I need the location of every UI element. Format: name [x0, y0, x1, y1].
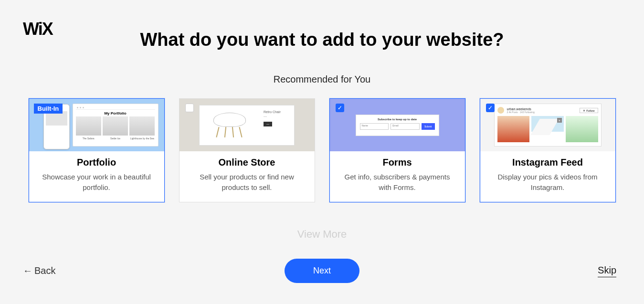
subtitle: Recommended for You	[274, 74, 370, 85]
footer: ← Back Next Skip	[0, 259, 644, 283]
store-mock-product: Retro Chair	[264, 110, 290, 114]
card-desc: Get info, subscribers & payments with Fo…	[338, 172, 457, 193]
feature-cards: Built-In My Portfolio The Safara Settle …	[29, 98, 616, 202]
card-hero: Retro Chair — —	[179, 99, 315, 151]
back-arrow-icon: ←	[23, 265, 32, 276]
forms-mock-input: Name	[360, 123, 389, 130]
main-content: What do you want to add to your website?…	[0, 30, 644, 241]
card-desc: Sell your products or find new products …	[187, 172, 307, 193]
forms-mock-title: Subscribe to keep up to date	[378, 118, 417, 121]
card-title: Portfolio	[37, 157, 157, 168]
instagram-mock-image	[566, 116, 598, 142]
instagram-mock-username: urban.weekends	[507, 107, 535, 111]
close-icon: ×	[557, 118, 562, 123]
page-title: What do you want to add to your website?	[140, 30, 504, 50]
card-title: Instagram Feed	[488, 157, 608, 168]
instagram-mock: urban.weekends 2.4k Posts · 143 Followin…	[494, 104, 602, 147]
card-portfolio[interactable]: Built-In My Portfolio The Safara Settle …	[29, 98, 165, 202]
instagram-mock-follow: ✕ Follow	[580, 108, 598, 113]
card-title: Online Store	[187, 157, 307, 168]
skip-link[interactable]: Skip	[598, 265, 616, 277]
card-body: Portfolio Showcase your work in a beauti…	[29, 151, 164, 202]
instagram-mock-image: ×	[531, 116, 564, 142]
card-hero: ✓ urban.weekends 2.4k Posts · 143 Follow…	[480, 99, 615, 151]
checkbox-icon	[185, 104, 194, 112]
view-more-link[interactable]: View More	[297, 228, 347, 241]
back-button[interactable]: ← Back	[23, 265, 55, 276]
forms-mock-submit: Submit	[422, 123, 435, 130]
card-title: Forms	[338, 157, 457, 168]
card-desc: Display your pics & videos from Instagra…	[488, 172, 608, 193]
store-mock: Retro Chair — —	[199, 105, 295, 146]
avatar	[497, 107, 504, 114]
card-instagram-feed[interactable]: ✓ urban.weekends 2.4k Posts · 143 Follow…	[480, 98, 616, 202]
card-body: Online Store Sell your products or find …	[179, 151, 315, 202]
forms-mock: Subscribe to keep up to date Name Email …	[356, 115, 439, 136]
card-hero: Built-In My Portfolio The Safara Settle …	[29, 99, 164, 151]
portfolio-browser-mock: My Portfolio The Safara Settle Ice Light…	[73, 104, 158, 147]
instagram-mock-meta: 2.4k Posts · 143 Following	[507, 111, 535, 114]
forms-mock-input: Email	[391, 123, 420, 130]
card-online-store[interactable]: Retro Chair — — Online Store Sell your p…	[179, 98, 315, 202]
card-body: Instagram Feed Display your pics & video…	[480, 151, 615, 202]
back-label: Back	[34, 265, 55, 276]
store-mock-button: —	[264, 122, 272, 126]
next-button[interactable]: Next	[285, 259, 359, 283]
portfolio-mock-title: My Portfolio	[76, 111, 155, 115]
card-desc: Showcase your work in a beautiful portfo…	[37, 172, 157, 193]
card-body: Forms Get info, subscribers & payments w…	[330, 151, 465, 202]
builtin-badge: Built-In	[34, 104, 63, 114]
checkbox-icon: ✓	[486, 104, 495, 112]
instagram-mock-image	[497, 116, 530, 142]
checkbox-icon: ✓	[336, 104, 344, 112]
card-hero: ✓ Subscribe to keep up to date Name Emai…	[330, 99, 465, 151]
card-forms[interactable]: ✓ Subscribe to keep up to date Name Emai…	[329, 98, 465, 202]
